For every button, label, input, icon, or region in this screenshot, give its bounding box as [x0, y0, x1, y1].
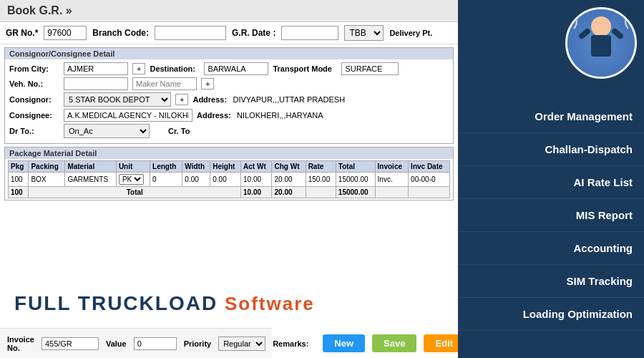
- consignee-label: Consignee:: [9, 111, 59, 120]
- gr-date-label: G.R. Date :: [232, 28, 275, 38]
- sidebar-item-mis-report[interactable]: MIS Report: [458, 199, 644, 232]
- destination-label: Destination:: [150, 64, 200, 73]
- cell-unit: PKT: [116, 173, 150, 187]
- sidebar-item-order-management[interactable]: Order Management: [458, 100, 644, 133]
- cell-rate: 150.00: [306, 173, 336, 187]
- branding-sub: Software: [225, 293, 315, 314]
- cell-act-wt: 10.00: [241, 173, 272, 187]
- sidebar-item-sim-tracking[interactable]: SIM Tracking: [458, 265, 644, 298]
- total-rate: [306, 187, 336, 198]
- total-pkg: 100: [9, 187, 29, 198]
- consignor-label: Consignor:: [9, 95, 59, 104]
- col-act-wt: Act Wt: [241, 161, 272, 173]
- table-header-row: Pkg Packing Material Unit Length Width H…: [9, 161, 450, 173]
- dr-to-select[interactable]: On_Ac: [64, 124, 150, 138]
- consignee-address-label: Address:: [197, 111, 233, 120]
- cell-total: 15000.00: [336, 173, 375, 187]
- cell-invc-date: 00-00-0: [409, 173, 450, 187]
- col-packing: Packing: [29, 161, 65, 173]
- transport-mode-label: Transport Mode: [273, 64, 337, 73]
- maker-name-input[interactable]: [132, 77, 197, 90]
- consignee-input[interactable]: [64, 109, 192, 122]
- branding-main: FULL TRUCKLOAD: [14, 292, 218, 314]
- branch-code-label: Branch Code:: [92, 28, 149, 38]
- page-title: Book G.R. »: [7, 4, 72, 16]
- package-table: Pkg Packing Material Unit Length Width H…: [8, 160, 450, 198]
- cr-to-label: Cr. To: [168, 127, 218, 135]
- cell-length: 0: [150, 173, 182, 187]
- cell-pkg: 100: [9, 173, 29, 187]
- tbb-select[interactable]: TBB: [344, 25, 384, 41]
- dr-to-row: Dr To.: On_Ac Cr. To: [9, 124, 449, 138]
- package-section-body: Pkg Packing Material Unit Length Width H…: [5, 159, 453, 200]
- sidebar-item-loading-optimization[interactable]: Loading Optimization: [458, 298, 644, 331]
- total-inv: [375, 187, 409, 198]
- sidebar-label-mis-report: MIS Report: [576, 209, 633, 221]
- consignor-address-label: Address:: [192, 95, 228, 104]
- cell-chg-wt: 20.00: [272, 173, 306, 187]
- gr-info-row: GR No.* Branch Code: G.R. Date : TBB Del…: [0, 22, 458, 44]
- sidebar-item-accounting[interactable]: Accounting: [458, 232, 644, 265]
- invoice-no-input[interactable]: [42, 337, 99, 350]
- col-invc-date: Invc Date: [409, 161, 450, 173]
- svg-rect-1: [591, 35, 611, 57]
- sidebar-label-accounting: Accounting: [574, 242, 633, 254]
- unit-select[interactable]: PKT: [119, 174, 144, 185]
- col-invoice: Invoice: [375, 161, 409, 173]
- maker-plus[interactable]: +: [201, 78, 214, 90]
- from-city-plus[interactable]: +: [132, 63, 145, 74]
- veh-no-input[interactable]: [64, 77, 128, 90]
- priority-select[interactable]: Regular Express Priority: [218, 337, 265, 351]
- sidebar-top: [458, 0, 644, 100]
- gr-no-input[interactable]: [44, 26, 87, 40]
- col-total: Total: [336, 161, 375, 173]
- delivery-pt-label: Delivery Pt.: [389, 29, 432, 37]
- total-date: [409, 187, 450, 198]
- total-label: Total: [29, 187, 241, 198]
- col-width: Width: [182, 161, 210, 173]
- sidebar-label-order-management: Order Management: [535, 110, 633, 122]
- col-length: Length: [150, 161, 182, 173]
- destination-input[interactable]: [204, 62, 268, 75]
- consignor-plus[interactable]: +: [175, 94, 188, 105]
- sidebar-item-ai-rate-list[interactable]: AI Rate List: [458, 166, 644, 199]
- branch-code-input[interactable]: [155, 26, 226, 40]
- page-header: Book G.R. »: [0, 0, 458, 22]
- avatar-bg: [567, 7, 635, 79]
- bottom-bar: Invoice No. Value Priority Regular Expre…: [0, 328, 272, 358]
- save-button[interactable]: Save: [372, 334, 416, 352]
- col-unit: Unit: [116, 161, 150, 173]
- consignor-section-title: Consignor/Consignee Detail: [5, 48, 453, 59]
- consignee-row: Consignee: Address: NILOKHERI,,,HARYANA: [9, 109, 449, 122]
- gr-date-input[interactable]: [281, 26, 338, 40]
- consignor-address: DIVYAPUR,,,UTTAR PRADESH: [233, 95, 345, 104]
- consignor-row: Consignor: 5 STAR BOOK DEPOT + Address: …: [9, 92, 449, 107]
- svg-point-0: [591, 16, 611, 37]
- col-rate: Rate: [306, 161, 336, 173]
- package-section: Package Material Detail Pkg Packing Mate…: [4, 147, 454, 200]
- package-section-title: Package Material Detail: [5, 147, 453, 159]
- table-total-row: 100 Total 10.00 20.00 15000.00: [9, 187, 450, 198]
- total-act-wt: 10.00: [241, 187, 272, 198]
- total-amount: 15000.00: [336, 187, 375, 198]
- branding: FULL TRUCKLOAD Software: [14, 292, 315, 315]
- veh-no-label: Veh. No.:: [9, 79, 59, 88]
- col-material: Material: [65, 161, 117, 173]
- consignor-select[interactable]: 5 STAR BOOK DEPOT: [64, 92, 171, 107]
- transport-mode-input[interactable]: [341, 62, 399, 75]
- col-chg-wt: Chg Wt: [272, 161, 306, 173]
- avatar: [565, 7, 637, 79]
- from-city-input[interactable]: [64, 62, 128, 75]
- consignee-address: NILOKHERI,,,HARYANA: [237, 111, 323, 120]
- value-input[interactable]: [134, 337, 177, 350]
- new-button[interactable]: New: [323, 334, 365, 352]
- svg-rect-3: [611, 27, 625, 40]
- table-row: 100 BOX GARMENTS PKT 0 0.00 0.00 10.00 2…: [9, 173, 450, 187]
- col-pkg: Pkg: [9, 161, 29, 173]
- dr-to-label: Dr To.:: [9, 127, 59, 135]
- cell-invoice: Invc.: [375, 173, 409, 187]
- remarks-label: Remarks:: [273, 339, 308, 348]
- invoice-no-label: Invoice No.: [7, 335, 34, 352]
- total-chg-wt: 20.00: [272, 187, 306, 198]
- sidebar-item-challan-dispatch[interactable]: Challan-Dispatch: [458, 133, 644, 166]
